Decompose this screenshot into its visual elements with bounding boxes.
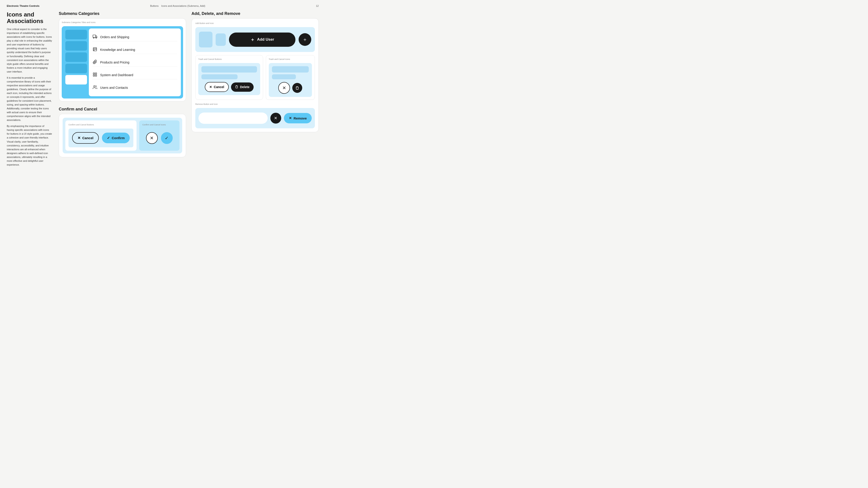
remove-x-icon: ✕ bbox=[289, 116, 292, 120]
submenu-item-orders-label: Orders and Shipping bbox=[100, 35, 129, 39]
add-icon-circle[interactable]: ＋ bbox=[299, 33, 311, 46]
confirm-button[interactable]: ✓ Confirm bbox=[102, 133, 130, 143]
svg-point-11 bbox=[94, 86, 95, 87]
page-header: Electronic Theatre Controls Buttons Icon… bbox=[7, 4, 319, 7]
confirm-cancel-section: Confirm and Cancel Confirm and Cancel Bu… bbox=[59, 107, 186, 157]
add-label: Add Button and Icon bbox=[195, 22, 315, 24]
trash-cancel-buttons-label: Trash and Cancel Buttons bbox=[198, 58, 260, 60]
submenu-section-title: Submenu Categories bbox=[59, 11, 186, 16]
brand-name: Electronic Theatre Controls bbox=[7, 4, 39, 7]
trash-icon-circle[interactable] bbox=[292, 83, 302, 93]
submenu-tab-3[interactable] bbox=[65, 53, 87, 62]
page-title: Icons andAssociations bbox=[7, 11, 52, 24]
remove-button[interactable]: ✕ Remove bbox=[284, 113, 312, 123]
page-number: 12 bbox=[316, 4, 319, 7]
submenu-tab-active[interactable] bbox=[65, 75, 87, 85]
add-delete-title: Add, Delete, and Remove bbox=[191, 11, 319, 16]
add-user-label: Add User bbox=[257, 37, 274, 42]
nav-item-icons: Icons and Associations (Submenu, Add) bbox=[161, 4, 205, 7]
main-layout: Icons andAssociations One critical aspec… bbox=[7, 11, 319, 169]
sidebar-para-3: By emphasizing the importance of having … bbox=[7, 124, 52, 167]
submenu-tab-2[interactable] bbox=[65, 41, 87, 51]
add-user-button[interactable]: ＋ Add User bbox=[229, 33, 296, 47]
submenu-card: Submenu Categories Titles and Icons bbox=[59, 18, 186, 101]
nav-item-buttons: Buttons bbox=[150, 4, 158, 7]
submenu-item-users[interactable]: Users and Contacts bbox=[92, 84, 177, 92]
submenu-item-knowledge[interactable]: Knowledge and Learning bbox=[92, 46, 177, 54]
cancel-icon-circle[interactable]: ✕ bbox=[146, 132, 158, 144]
confirm-icon-circle[interactable]: ✓ bbox=[161, 132, 173, 144]
confirm-check-icon: ✓ bbox=[107, 136, 110, 140]
submenu-section: Submenu Categories Submenu Categories Ti… bbox=[59, 11, 186, 101]
cancel-x-icon: ✕ bbox=[78, 136, 81, 140]
sidebar: Icons andAssociations One critical aspec… bbox=[7, 11, 52, 169]
cancel-outline-button[interactable]: ✕ Cancel bbox=[205, 82, 229, 92]
trash-cancel-icons-label: Trash and Cancel Icons bbox=[269, 58, 312, 60]
products-icon bbox=[92, 60, 97, 65]
svg-rect-7 bbox=[93, 73, 95, 74]
confirm-cancel-buttons-label: Confirm and Cancel Buttons bbox=[68, 124, 133, 126]
nav-breadcrumb: Buttons Icons and Associations (Submenu,… bbox=[150, 4, 205, 7]
add-section-card: Add Button and Icon ＋ Add User ＋ bbox=[191, 18, 319, 132]
submenu-item-users-label: Users and Contacts bbox=[100, 86, 128, 90]
sidebar-body: One critical aspect to consider is the i… bbox=[7, 27, 52, 167]
submenu-item-system[interactable]: System and Dashboard bbox=[92, 71, 177, 79]
submenu-item-products[interactable]: Products and Pricing bbox=[92, 58, 177, 67]
confirm-cancel-card: Confirm and Cancel Buttons ✕ Cancel ✓ Co… bbox=[59, 114, 186, 157]
content-area: Submenu Categories Submenu Categories Ti… bbox=[59, 11, 319, 169]
svg-point-2 bbox=[96, 37, 96, 38]
sidebar-para-1: One critical aspect to consider is the i… bbox=[7, 27, 52, 74]
submenu-card-label: Submenu Categories Titles and Icons bbox=[62, 21, 183, 24]
submenu-tab-1[interactable] bbox=[65, 30, 87, 39]
submenu-item-products-label: Products and Pricing bbox=[100, 61, 129, 64]
users-icon bbox=[92, 85, 97, 90]
left-column: Submenu Categories Submenu Categories Ti… bbox=[59, 11, 186, 169]
delete-button[interactable]: Delete bbox=[231, 83, 254, 92]
submenu-item-orders[interactable]: Orders and Shipping bbox=[92, 33, 177, 41]
svg-rect-8 bbox=[95, 73, 97, 74]
cancel-button[interactable]: ✕ Cancel bbox=[72, 132, 99, 144]
knowledge-icon bbox=[92, 47, 97, 53]
add-delete-section: Add, Delete, and Remove Add Button and I… bbox=[191, 11, 319, 132]
submenu-item-knowledge-label: Knowledge and Learning bbox=[100, 48, 135, 52]
svg-point-1 bbox=[93, 37, 94, 38]
svg-rect-10 bbox=[95, 75, 97, 76]
submenu-tab-4[interactable] bbox=[65, 64, 87, 73]
svg-rect-0 bbox=[93, 35, 96, 37]
confirm-cancel-title: Confirm and Cancel bbox=[59, 107, 186, 111]
right-column: Add, Delete, and Remove Add Button and I… bbox=[191, 11, 319, 169]
system-icon bbox=[92, 72, 97, 78]
remove-icon-circle[interactable]: ✕ bbox=[270, 113, 281, 124]
confirm-cancel-icons-label: Confirm and Cancel Icons bbox=[143, 124, 176, 126]
submenu-item-system-label: System and Dashboard bbox=[100, 73, 133, 77]
svg-rect-9 bbox=[93, 75, 95, 76]
remove-label: Remove Button and Icon bbox=[195, 103, 315, 105]
cancel-icon2[interactable]: ✕ bbox=[278, 82, 290, 94]
sidebar-para-2: It is essential to provide a comprehensi… bbox=[7, 76, 52, 122]
cancel-x-icon2: ✕ bbox=[209, 85, 212, 89]
shipping-icon bbox=[92, 34, 97, 40]
plus-icon: ＋ bbox=[250, 37, 255, 43]
trash-icon bbox=[235, 85, 238, 89]
